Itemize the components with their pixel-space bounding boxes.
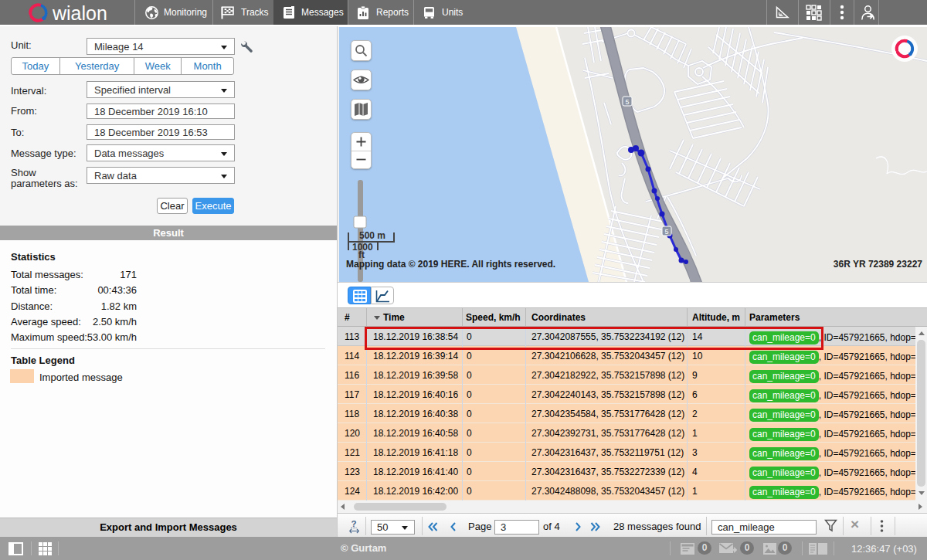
- svg-text:36R YR 72389 23227: 36R YR 72389 23227: [834, 259, 923, 270]
- svg-text:?: ?: [351, 519, 357, 528]
- svg-text:Mapping data © 2019 HERE. All: Mapping data © 2019 HERE. All rights res…: [346, 259, 555, 270]
- svg-text:5: 5: [664, 228, 668, 236]
- svg-text:500 m: 500 m: [359, 230, 385, 241]
- svg-text:5: 5: [625, 98, 629, 106]
